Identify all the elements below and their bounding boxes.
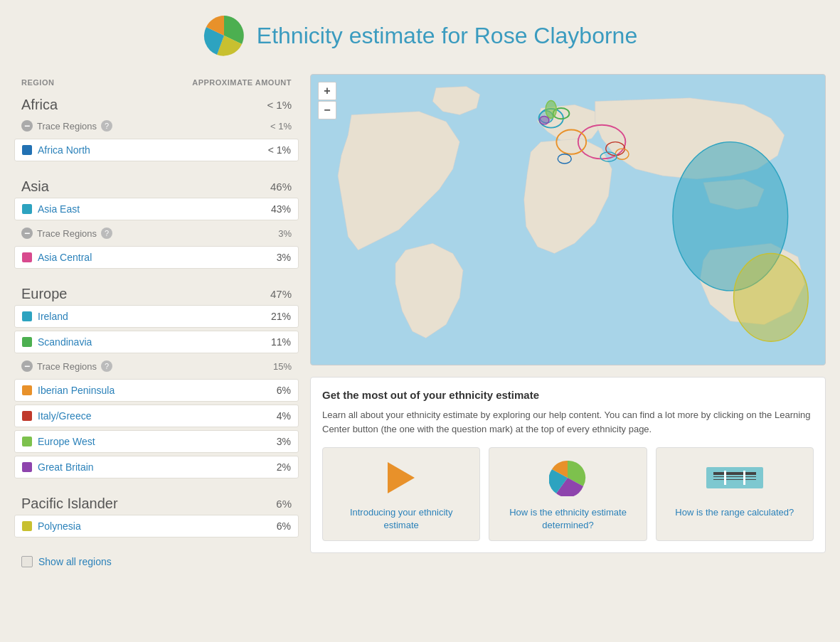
great-britain-label: Great Britain xyxy=(38,461,94,473)
africa-north-label: Africa North xyxy=(38,144,90,156)
zoom-out-button[interactable]: − xyxy=(318,101,336,119)
europe-west-label: Europe West xyxy=(38,436,95,447)
right-panel: + − xyxy=(310,74,826,574)
europe-label: Europe xyxy=(21,286,68,302)
africa-label: Africa xyxy=(21,97,58,113)
europe-trace-row[interactable]: − Trace Regions ? 15% xyxy=(14,356,299,376)
svg-rect-16 xyxy=(706,467,763,488)
info-title: Get the most out of your ethnicity estim… xyxy=(322,389,814,401)
asia-trace-minus-icon: − xyxy=(21,228,33,239)
ireland-label: Ireland xyxy=(38,311,68,322)
asia-amount: 46% xyxy=(270,181,292,193)
asia-label: Asia xyxy=(21,178,49,195)
category-europe: Europe 47% xyxy=(14,280,299,305)
range-icon-area xyxy=(706,456,763,499)
left-panel: REGION APPROXIMATE AMOUNT Africa < 1% − … xyxy=(14,74,299,574)
how-determined-card[interactable]: How is the ethnicity estimate determined… xyxy=(489,447,647,541)
africa-trace-help-icon[interactable]: ? xyxy=(101,120,112,132)
europe-trace-help-icon[interactable]: ? xyxy=(101,360,112,372)
asia-trace-amount: 3% xyxy=(278,228,292,239)
africa-north-amount: < 1% xyxy=(268,144,291,156)
play-icon-area xyxy=(373,456,430,499)
africa-trace-minus-icon: − xyxy=(21,120,33,132)
list-item[interactable]: Iberian Peninsula 6% xyxy=(14,379,299,402)
list-item[interactable]: Ireland 21% xyxy=(14,305,299,328)
list-item[interactable]: Europe West 3% xyxy=(14,430,299,453)
scandinavia-color xyxy=(22,337,32,347)
intro-card[interactable]: Introducing your ethnicity estimate xyxy=(322,447,480,541)
europe-trace-label: Trace Regions xyxy=(37,361,97,372)
svg-rect-18 xyxy=(713,476,756,477)
list-item[interactable]: Asia East 43% xyxy=(14,198,299,220)
europe-trace-minus-icon: − xyxy=(21,360,33,372)
list-item[interactable]: Italy/Greece 4% xyxy=(14,405,299,427)
pie-icon-area xyxy=(539,456,596,499)
iberian-amount: 6% xyxy=(277,385,291,396)
italy-greece-label: Italy/Greece xyxy=(38,410,91,422)
page-wrapper: Ethnicity estimate for Rose Clayborne RE… xyxy=(0,0,840,596)
range-card-label: How is the range calculated? xyxy=(675,506,794,519)
show-all-checkbox-icon xyxy=(21,556,33,567)
europe-trace-amount: 15% xyxy=(273,361,292,372)
list-item[interactable]: Scandinavia 11% xyxy=(14,331,299,353)
table-header: REGION APPROXIMATE AMOUNT xyxy=(14,74,299,91)
scandinavia-amount: 11% xyxy=(271,336,291,348)
info-section: Get the most out of your ethnicity estim… xyxy=(310,377,826,553)
list-item[interactable]: Polynesia 6% xyxy=(14,515,299,537)
svg-point-7 xyxy=(546,101,556,119)
list-item[interactable]: Africa North < 1% xyxy=(14,139,299,161)
list-item[interactable]: Asia Central 3% xyxy=(14,246,299,269)
africa-amount: < 1% xyxy=(267,99,292,111)
map-container: + − xyxy=(310,74,826,365)
region-col-header: REGION xyxy=(21,78,54,87)
header: Ethnicity estimate for Rose Clayborne xyxy=(14,14,826,57)
svg-rect-19 xyxy=(713,479,756,480)
page-title: Ethnicity estimate for Rose Clayborne xyxy=(257,23,637,49)
svg-point-3 xyxy=(734,254,809,342)
how-determined-card-label: How is the ethnicity estimate determined… xyxy=(498,506,637,532)
polynesia-color xyxy=(22,521,32,531)
show-all-label: Show all regions xyxy=(38,556,112,567)
africa-north-color xyxy=(22,145,32,155)
intro-card-label: Introducing your ethnicity estimate xyxy=(331,506,471,532)
africa-trace-row[interactable]: − Trace Regions ? < 1% xyxy=(14,116,299,136)
italy-greece-amount: 4% xyxy=(277,410,291,422)
info-text: Learn all about your ethnicity estimate … xyxy=(322,408,814,436)
pacific-label: Pacific Islander xyxy=(21,496,118,512)
asia-central-label: Asia Central xyxy=(38,252,92,263)
ireland-amount: 21% xyxy=(271,311,291,322)
amount-col-header: APPROXIMATE AMOUNT xyxy=(192,78,292,87)
polynesia-amount: 6% xyxy=(277,520,291,532)
category-africa: Africa < 1% xyxy=(14,91,299,116)
asia-east-color xyxy=(22,204,32,214)
main-layout: REGION APPROXIMATE AMOUNT Africa < 1% − … xyxy=(14,74,826,574)
zoom-in-button[interactable]: + xyxy=(318,82,336,100)
asia-east-amount: 43% xyxy=(271,203,291,215)
scandinavia-label: Scandinavia xyxy=(38,336,92,348)
svg-rect-20 xyxy=(724,471,726,485)
great-britain-amount: 2% xyxy=(277,461,291,473)
asia-east-label: Asia East xyxy=(38,203,80,215)
africa-trace-amount: < 1% xyxy=(270,121,292,132)
range-chart-icon xyxy=(706,464,763,492)
svg-rect-17 xyxy=(713,472,756,475)
cards-row: Introducing your ethnicity estimate xyxy=(322,447,814,541)
range-card[interactable]: How is the range calculated? xyxy=(656,447,814,541)
list-item[interactable]: Great Britain 2% xyxy=(14,456,299,478)
logo-icon xyxy=(203,14,245,57)
asia-trace-row[interactable]: − Trace Regions ? 3% xyxy=(14,223,299,243)
europe-west-color xyxy=(22,437,32,446)
asia-central-amount: 3% xyxy=(277,252,291,263)
svg-point-8 xyxy=(540,116,549,124)
africa-trace-label: Trace Regions xyxy=(37,121,97,132)
asia-trace-help-icon[interactable]: ? xyxy=(101,228,112,239)
iberian-color xyxy=(22,385,32,395)
great-britain-color xyxy=(22,462,32,472)
europe-west-amount: 3% xyxy=(277,436,291,447)
polynesia-label: Polynesia xyxy=(38,520,81,532)
show-all-regions-button[interactable]: Show all regions xyxy=(14,549,299,574)
italy-greece-color xyxy=(22,411,32,421)
europe-amount: 47% xyxy=(270,288,292,300)
map-controls: + − xyxy=(318,82,336,119)
category-asia: Asia 46% xyxy=(14,173,299,198)
